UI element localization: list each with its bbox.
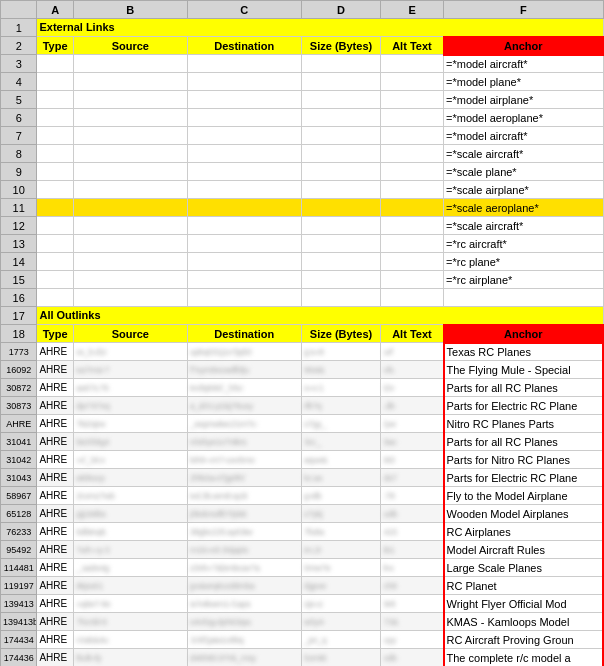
outlink-anchor-cell[interactable]: RC Airplanes bbox=[444, 523, 603, 541]
anchor-cell[interactable]: =*rc plane* bbox=[444, 253, 603, 271]
list-item: 30873AHREdpr?4?xqa_&h1:p2&j?6uxyrfk?q.db… bbox=[1, 397, 604, 415]
row-num-11: 11 bbox=[1, 199, 37, 217]
list-item: 30872AHREas67s:76tncfq666/:_h5v:o=v:1t2v… bbox=[1, 379, 604, 397]
all-outlinks-title: All Outlinks bbox=[37, 307, 603, 325]
anchor-cell[interactable]: =*rc airplane* bbox=[444, 271, 603, 289]
col-e-header[interactable]: E bbox=[381, 1, 444, 19]
outlink-anchor-cell[interactable]: KMAS - Kamloops Model bbox=[444, 613, 603, 631]
table-row: 7=*model aircraft* bbox=[1, 127, 604, 145]
anchor-cell[interactable]: =*rc aircraft* bbox=[444, 235, 603, 253]
col-a-header[interactable]: A bbox=[37, 1, 73, 19]
col-b-header[interactable]: B bbox=[73, 1, 187, 19]
anchor-cell[interactable]: =*scale plane* bbox=[444, 163, 603, 181]
col-f-header[interactable]: F bbox=[444, 1, 603, 19]
type-header: Type bbox=[37, 37, 73, 55]
outlink-anchor-cell[interactable]: Parts for Nitro RC Planes bbox=[444, 451, 603, 469]
row-num-2: 2 bbox=[1, 37, 37, 55]
list-item: 65128AHREpjj18dbsj0bdcrsdf0?/pb6o?ykjudb… bbox=[1, 505, 604, 523]
outlink-anchor-cell[interactable]: Fly to the Model Airplane bbox=[444, 487, 603, 505]
table-row: 8=*scale aircraft* bbox=[1, 145, 604, 163]
anchor-cell[interactable]: =*model aircraft* bbox=[444, 127, 603, 145]
all-outlinks-row: 17All Outlinks bbox=[1, 307, 604, 325]
anchor-cell[interactable]: =*scale airplane* bbox=[444, 181, 603, 199]
outlink-anchor-cell[interactable]: RC Planet bbox=[444, 577, 603, 595]
row-num-9: 9 bbox=[1, 163, 37, 181]
outlink-anchor-cell[interactable]: The Flying Mule - Special bbox=[444, 361, 603, 379]
external-links-title: External Links bbox=[37, 19, 603, 37]
anchor-cell[interactable]: =*model aeroplane* bbox=[444, 109, 603, 127]
list-item: 174434AHREi-0ab&4u.b:kf1jaia1u9bq_pn_quy… bbox=[1, 631, 604, 649]
outlink-anchor-cell[interactable]: Large Scale Planes bbox=[444, 559, 603, 577]
outlink-anchor-cell[interactable]: Texas RC Planes bbox=[444, 343, 603, 361]
table-row: 12=*scale aircraft* bbox=[1, 217, 604, 235]
outlink-anchor-cell[interactable]: Parts for Electric RC Plane bbox=[444, 469, 603, 487]
list-item: 95492AHRE?wh-=y-3m16=x9::84jaj4sim.2rtb1… bbox=[1, 541, 604, 559]
table-row: 10=*scale airplane* bbox=[1, 181, 604, 199]
list-item: 1773AHRExx_b.d1rupbq031j1o?jq50g:s=8urfT… bbox=[1, 343, 604, 361]
col-c-header[interactable]: C bbox=[187, 1, 301, 19]
list-item: 114481AHRE_:aa9x4gz3nh=?&bmbcav?a0mw?eln… bbox=[1, 559, 604, 577]
outlinks-header-row: 18TypeSourceDestinationSize (Bytes)Alt T… bbox=[1, 325, 604, 343]
list-item: 16092AHREea?msi-?f?xym8xcwdf0/ju96xt&vfs… bbox=[1, 361, 604, 379]
anchor-cell[interactable]: =*model aircraft* bbox=[444, 55, 603, 73]
list-item: 76233AHRE6dbtnq8.38gbc225:ay63iw7fu8a415… bbox=[1, 523, 604, 541]
list-item: 139413bAHRE?hcnbl-9o4v5qy.dph63qw.w0y4-7… bbox=[1, 613, 604, 631]
table-row: 16 bbox=[1, 289, 604, 307]
table-row: 6=*model aeroplane* bbox=[1, 109, 604, 127]
anchor-cell[interactable]: =*scale aircraft* bbox=[444, 145, 603, 163]
row-num-5: 5 bbox=[1, 91, 37, 109]
spreadsheet: A B C D E F 1 External Links 2 Type Sour… bbox=[0, 0, 604, 666]
list-item: 31041AHREbtz058g4n/srbye1o?ntkrs:ko:_9ac… bbox=[1, 433, 604, 451]
outlink-anchor-cell[interactable]: Parts for Electric RC Plane bbox=[444, 397, 603, 415]
col-d-header[interactable]: D bbox=[301, 1, 381, 19]
list-item: 31042AHRE=r/_34:xloh9-=m?-uxv5moaque&6t3… bbox=[1, 451, 604, 469]
corner-header bbox=[1, 1, 37, 19]
anchor-cell[interactable]: =*scale aircraft* bbox=[444, 217, 603, 235]
table-row: 5=*model airplane* bbox=[1, 91, 604, 109]
table-row: 1 External Links bbox=[1, 19, 604, 37]
list-item: 139413AHRE=q6e7-9osi-h4kwm1-/1apsojx=z9r… bbox=[1, 595, 604, 613]
list-item: 31043AHREeii0kscp2hfs0a=t7jgr8h/kc:axds7… bbox=[1, 469, 604, 487]
anchor-cell[interactable]: =*model airplane* bbox=[444, 91, 603, 109]
outlink-anchor-cell[interactable]: Parts for all RC Planes bbox=[444, 433, 603, 451]
table-row: 11=*scale aeroplane* bbox=[1, 199, 604, 217]
column-headers: A B C D E F bbox=[1, 1, 604, 19]
table-row: 4=*model plane* bbox=[1, 73, 604, 91]
list-item: 58967AHRE2cvmz7wbivd.3b.wm8:xp3ig-idb:78… bbox=[1, 487, 604, 505]
row-num-4: 4 bbox=[1, 73, 37, 91]
list-item: AHREAHRE?bi2sjrw_wqznwlwc21m?c-o7gy_/ywN… bbox=[1, 415, 604, 433]
table-row: 3=*model aircraft* bbox=[1, 55, 604, 73]
table-row: 2 Type Source Destination Size (Bytes) A… bbox=[1, 37, 604, 55]
row-num-12: 12 bbox=[1, 217, 37, 235]
outlink-anchor-cell[interactable]: Parts for all RC Planes bbox=[444, 379, 603, 397]
outlink-anchor-cell[interactable]: Wooden Model Airplanes bbox=[444, 505, 603, 523]
outlink-anchor-cell[interactable]: Wright Flyer Official Mod bbox=[444, 595, 603, 613]
outlink-anchor-cell[interactable]: RC Aircraft Proving Groun bbox=[444, 631, 603, 649]
row-num-8: 8 bbox=[1, 145, 37, 163]
anchor-cell[interactable]: =*model plane* bbox=[444, 73, 603, 91]
outlink-anchor-cell[interactable]: Nitro RC Planes Parts bbox=[444, 415, 603, 433]
row-num-14: 14 bbox=[1, 253, 37, 271]
table-row: 9=*scale plane* bbox=[1, 163, 604, 181]
list-item: 119197AHRErtkjss61jyo&erq6czddmbadgpvech… bbox=[1, 577, 604, 595]
dest-header: Destination bbox=[187, 37, 301, 55]
anchor-header-outlinks: Anchor bbox=[444, 325, 603, 343]
row-num-1: 1 bbox=[1, 19, 37, 37]
row-num-13: 13 bbox=[1, 235, 37, 253]
table-row: 15=*rc airplane* bbox=[1, 271, 604, 289]
row-num-10: 10 bbox=[1, 181, 37, 199]
row-num-6: 6 bbox=[1, 109, 37, 127]
row-num-3: 3 bbox=[1, 55, 37, 73]
table-row: 13=*rc aircraft* bbox=[1, 235, 604, 253]
row-num-7: 7 bbox=[1, 127, 37, 145]
list-item: 174436AHREl9uft=fyd46h80.9?nk_msy5omt6xd… bbox=[1, 649, 604, 667]
outlink-anchor-cell[interactable]: Model Aircraft Rules bbox=[444, 541, 603, 559]
size-header: Size (Bytes) bbox=[301, 37, 381, 55]
source-header: Source bbox=[73, 37, 187, 55]
table-row: 14=*rc plane* bbox=[1, 253, 604, 271]
row-num-15: 15 bbox=[1, 271, 37, 289]
anchor-header-ext: Anchor bbox=[444, 37, 603, 55]
outlink-anchor-cell[interactable]: The complete r/c model a bbox=[444, 649, 603, 667]
alt-header: Alt Text bbox=[381, 37, 444, 55]
anchor-cell[interactable]: =*scale aeroplane* bbox=[444, 199, 603, 217]
